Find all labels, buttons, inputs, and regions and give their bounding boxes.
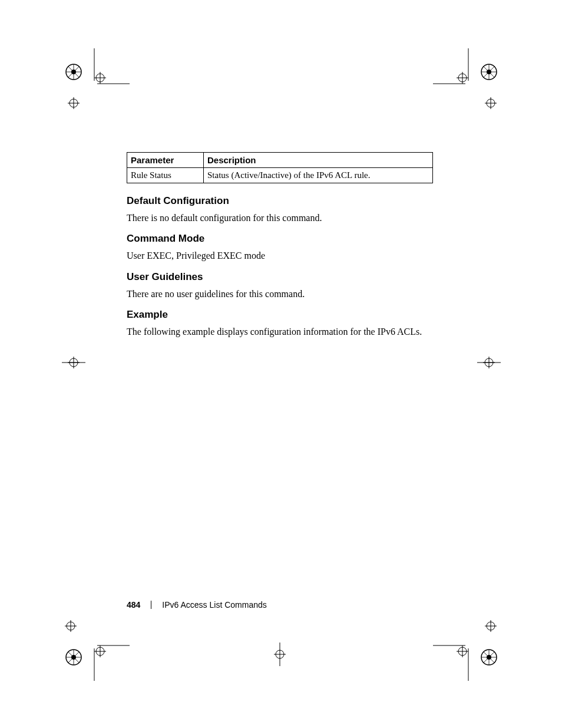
svg-point-26 [487,99,495,107]
svg-point-43 [71,655,76,660]
chapter-title: IPv6 Access List Commands [162,600,266,610]
svg-point-48 [67,622,75,630]
footer-separator [151,601,151,609]
text-command-mode: User EXEC, Privileged EXEC mode [127,249,433,262]
svg-point-29 [70,358,78,367]
svg-line-9 [68,67,79,77]
cropmark-top-left-lower [56,91,91,115]
svg-line-24 [484,67,494,77]
svg-point-61 [481,650,497,665]
cropmark-top-left [59,48,130,119]
heading-user-guidelines: User Guidelines [127,271,433,283]
svg-point-33 [485,358,493,367]
cropmark-top-right [433,48,504,119]
heading-example: Example [127,309,433,321]
cropmark-bottom-left [59,610,130,681]
heading-default-config: Default Configuration [127,195,433,207]
text-example: The following example displays configura… [127,325,433,338]
cropmark-bottom-left-upper [56,614,85,638]
svg-point-5 [66,64,81,80]
svg-line-25 [484,67,494,77]
svg-point-17 [458,74,467,82]
cropmark-bottom-center [265,643,295,666]
table-row: Rule Status Status (Active/Inactive) of … [127,168,433,183]
page-footer: 484 IPv6 Access List Commands [127,600,267,610]
table-header-row: Parameter Description [127,153,433,168]
svg-point-6 [71,70,76,74]
svg-point-62 [487,655,491,660]
cropmark-top-right-lower [476,91,505,115]
svg-point-11 [70,99,78,107]
svg-point-20 [481,64,497,80]
heading-command-mode: Command Mode [127,233,433,245]
td-desc: Status (Active/Inactive) of the IPv6 ACL… [204,168,433,183]
cropmark-mid-left [59,351,88,374]
page-number: 484 [127,600,140,610]
text-user-guidelines: There are no user guidelines for this co… [127,288,433,301]
th-parameter: Parameter [127,153,204,168]
svg-point-21 [487,70,491,74]
svg-point-39 [96,647,104,655]
svg-line-47 [68,652,79,663]
cropmark-bottom-right [433,610,504,681]
svg-line-46 [68,652,79,663]
svg-line-10 [68,67,79,77]
td-param: Rule Status [127,168,204,183]
text-default-config: There is no default configuration for th… [127,212,433,225]
th-description: Description [204,153,433,168]
svg-point-58 [458,647,467,655]
svg-point-2 [96,74,104,82]
svg-point-42 [66,650,81,665]
svg-point-51 [276,650,284,658]
svg-line-65 [484,652,494,663]
cropmark-bottom-right-upper [476,614,505,638]
cropmark-mid-right [474,351,504,374]
svg-point-67 [487,622,495,630]
parameter-table: Parameter Description Rule Status Status… [127,152,433,183]
svg-line-66 [484,652,494,663]
page-content: Parameter Description Rule Status Status… [127,152,433,342]
